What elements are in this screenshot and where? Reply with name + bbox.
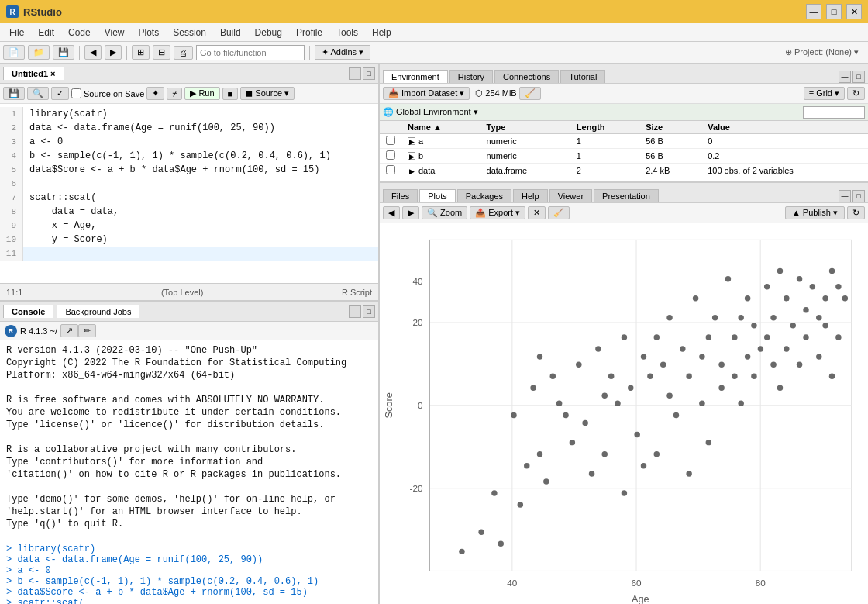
row-checkbox[interactable] <box>380 164 401 178</box>
source-button[interactable]: ◼ Source ▾ <box>240 87 294 100</box>
env-pane-controls: —□ <box>839 71 865 83</box>
editor-check-button[interactable]: ✓ <box>51 87 69 100</box>
plots-minimize-btn[interactable]: — <box>839 190 851 202</box>
addins-button[interactable]: ✦ Addins ▾ <box>315 45 370 60</box>
new-file-button[interactable]: 📄 <box>3 45 25 60</box>
forward-button[interactable]: ▶ <box>105 45 122 60</box>
line-number: 2 <box>0 121 23 135</box>
console-clear-btn[interactable]: ✏ <box>78 324 96 337</box>
env-minimize-btn[interactable]: — <box>839 71 851 83</box>
editor-maximize-btn[interactable]: □ <box>363 67 375 80</box>
menu-item-plots[interactable]: Plots <box>133 26 166 40</box>
remove-all-button[interactable]: 🧹 <box>548 206 570 219</box>
open-file-button[interactable]: 📁 <box>28 45 50 60</box>
run-button[interactable]: ▶ Run <box>184 87 219 100</box>
save-file-button[interactable]: 💾 <box>53 45 74 60</box>
plots-tab-packages[interactable]: Packages <box>457 189 512 202</box>
editor-status: 11:1 (Top Level) R Script <box>0 283 378 300</box>
stop-button[interactable]: ■ <box>222 88 239 100</box>
plots-maximize-btn[interactable]: □ <box>852 190 865 202</box>
console-tab[interactable]: Console <box>3 305 53 318</box>
editor-save-button[interactable]: 💾 <box>3 87 25 100</box>
menu-item-debug[interactable]: Debug <box>249 26 288 40</box>
menu-item-help[interactable]: Help <box>366 26 398 40</box>
menu-item-build[interactable]: Build <box>214 26 247 40</box>
console-content[interactable]: R version 4.1.3 (2022-03-10) -- "One Pus… <box>0 340 378 604</box>
env-tab-connections[interactable]: Connections <box>494 70 559 83</box>
editor-tab[interactable]: Untitled1 × <box>3 67 64 80</box>
clear-console-button[interactable]: 🧹 <box>519 87 541 100</box>
console-script-btn[interactable]: ↗ <box>60 324 78 337</box>
menu-item-code[interactable]: Code <box>62 26 97 40</box>
table-row[interactable]: ▶a numeric 1 56 B 0 <box>380 134 868 149</box>
plots-tab-viewer[interactable]: Viewer <box>549 189 592 202</box>
console-maximize-btn[interactable]: □ <box>363 305 375 318</box>
menu-item-edit[interactable]: Edit <box>32 26 60 40</box>
bgjobs-tab[interactable]: Background Jobs <box>57 305 140 318</box>
menu-item-file[interactable]: File <box>3 26 30 40</box>
scatter-point <box>595 346 601 351</box>
grid-button[interactable]: ⊞ <box>132 45 150 60</box>
editor-search-button[interactable]: 🔍 <box>27 87 49 100</box>
menu-item-view[interactable]: View <box>98 26 131 40</box>
console-startup-line: You are welcome to redistribute it under… <box>6 407 372 419</box>
table-row[interactable]: ▶data data.frame 2 2.4 kB 100 obs. of 2 … <box>380 164 868 178</box>
plots-refresh-button[interactable]: ↻ <box>847 206 865 219</box>
nav-back-button[interactable]: ◀ <box>383 206 400 219</box>
scatter-point <box>777 385 783 390</box>
env-col-type[interactable]: Type <box>480 121 570 134</box>
env-refresh-button[interactable]: ↻ <box>847 87 865 100</box>
minimize-button[interactable]: — <box>806 4 822 19</box>
close-button[interactable]: ✕ <box>846 4 862 19</box>
editor-minimize-btn[interactable]: — <box>349 67 361 80</box>
scatter-point <box>543 478 549 484</box>
svg-text:20: 20 <box>412 317 423 327</box>
menu-item-session[interactable]: Session <box>167 26 212 40</box>
env-col-size[interactable]: Size <box>639 121 701 134</box>
env-col-length[interactable]: Length <box>570 121 639 134</box>
scatter-point <box>589 471 594 476</box>
goto-input[interactable] <box>196 45 305 60</box>
global-env-label[interactable]: 🌐 Global Environment ▾ <box>383 107 478 117</box>
row-checkbox[interactable] <box>380 134 401 149</box>
env-tab-history[interactable]: History <box>450 70 493 83</box>
plots-tab-help[interactable]: Help <box>513 189 548 202</box>
line-number: 4 <box>0 149 23 163</box>
env-search-input[interactable] <box>803 106 865 119</box>
import-dataset-button[interactable]: 📥 Import Dataset ▾ <box>383 87 470 100</box>
editor-wand-button[interactable]: ✦ <box>146 87 164 100</box>
table-row[interactable]: ▶b numeric 1 56 B 0.2 <box>380 149 868 164</box>
back-button[interactable]: ◀ <box>84 45 102 60</box>
publish-button[interactable]: ▲ Publish ▾ <box>785 206 845 219</box>
editor-content[interactable]: 1library(scatr)2data <- data.frame(Age =… <box>0 104 378 283</box>
plots-tab-files[interactable]: Files <box>383 189 418 202</box>
env-maximize-btn[interactable]: □ <box>852 71 865 83</box>
expand-btn[interactable]: ▶ <box>408 167 415 174</box>
plots-tab-plots[interactable]: Plots <box>419 189 455 202</box>
env-tab-tutorial[interactable]: Tutorial <box>560 70 605 83</box>
editor-diff-button[interactable]: ≠ <box>167 88 182 100</box>
nav-forward-button[interactable]: ▶ <box>402 206 419 219</box>
zoom-button[interactable]: 🔍 Zoom <box>422 206 467 219</box>
source-on-save-checkbox[interactable] <box>71 88 81 98</box>
env-col-checkbox[interactable] <box>380 121 401 134</box>
line-code <box>23 247 29 261</box>
menu-item-profile[interactable]: Profile <box>290 26 329 40</box>
grid2-button[interactable]: ⊟ <box>153 45 170 60</box>
maximize-button[interactable]: □ <box>826 4 842 19</box>
plots-tab-presentation[interactable]: Presentation <box>594 189 659 202</box>
console-minimize-btn[interactable]: — <box>349 305 361 318</box>
project-label[interactable]: ⊕ Project: (None) ▾ <box>779 46 865 59</box>
row-checkbox[interactable] <box>380 149 401 164</box>
editor-pane: Untitled1 × — □ 💾 🔍 ✓ Source on Save ✦ ≠… <box>0 64 378 302</box>
env-tab-environment[interactable]: Environment <box>383 70 448 83</box>
remove-plot-button[interactable]: ✕ <box>528 206 546 219</box>
expand-btn[interactable]: ▶ <box>408 137 415 145</box>
export-button[interactable]: 📤 Export ▾ <box>470 206 525 219</box>
expand-btn[interactable]: ▶ <box>408 152 415 160</box>
menu-item-tools[interactable]: Tools <box>330 26 364 40</box>
env-col-name[interactable]: Name ▲ <box>401 121 480 134</box>
grid-view-button[interactable]: ≡ Grid ▾ <box>804 87 845 100</box>
env-col-value[interactable]: Value <box>701 121 868 134</box>
print-button[interactable]: 🖨 <box>174 46 193 60</box>
